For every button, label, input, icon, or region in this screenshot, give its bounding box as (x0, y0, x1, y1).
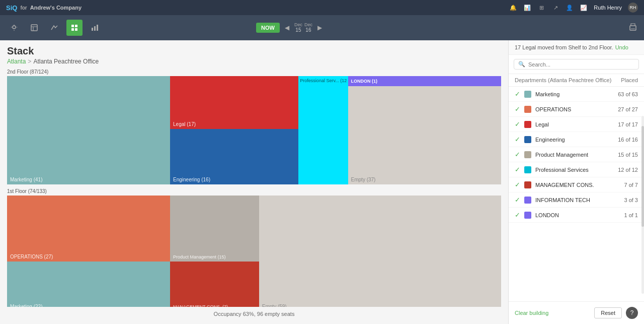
nav-right: 🔔 📊 ⊞ ↗ 👤 📈 Ruth Henry RH (509, 3, 638, 13)
prev-arrow[interactable]: ◀ (282, 23, 292, 32)
notification-icon[interactable]: 🔔 (509, 4, 517, 12)
dept-check-mgmt-cons: ✓ (515, 181, 520, 188)
person-icon[interactable]: 👤 (566, 4, 574, 12)
london-label: LONDON (1) (351, 79, 378, 84)
table-tool[interactable] (26, 20, 42, 36)
dept-placed-mgmt-cons: 7 of 7 (624, 182, 638, 188)
floor2-engineering[interactable]: Engineering (16) (170, 129, 298, 184)
scrollbar-thumb[interactable] (641, 126, 644, 227)
floor2-marketing[interactable]: Marketing (41) (7, 76, 170, 184)
clear-building-button[interactable]: Clear building (515, 310, 548, 316)
grid-tool[interactable] (66, 20, 83, 36)
dept-item-engineering[interactable]: ✓ Engineering 16 of 16 (509, 132, 644, 147)
analytics-icon[interactable]: 📈 (580, 4, 588, 12)
dept-item-london[interactable]: ✓ LONDON 1 of 1 (509, 208, 644, 223)
dept-item-info-tech[interactable]: ✓ INFORMATION TECH 3 of 3 (509, 192, 644, 208)
nav-left: SiQ for Andrew's Company (6, 4, 82, 12)
dept-placed-legal: 17 of 17 (618, 121, 638, 127)
dept-check-marketing: ✓ (515, 90, 520, 98)
floor2-empty-label: Empty (37) (351, 177, 376, 182)
search-box: 🔍 (509, 55, 644, 74)
floor1-operations[interactable]: OPERATIONS (27) (7, 196, 170, 262)
bar-tool[interactable] (87, 20, 103, 36)
svg-rect-4 (71, 28, 74, 31)
floor2-legal[interactable]: Legal (17) (170, 76, 298, 129)
right-sidebar: 17 Legal moved from Shelf to 2nd Floor. … (508, 40, 644, 324)
now-button[interactable]: NOW (256, 23, 280, 33)
search-input[interactable] (528, 61, 634, 68)
dept-item-marketing[interactable]: ✓ Marketing 63 of 63 (509, 87, 644, 102)
dept-placed-marketing: 63 of 63 (618, 91, 638, 97)
share-icon[interactable]: ↗ (551, 4, 559, 12)
chart-icon[interactable]: 📊 (523, 4, 531, 12)
next-arrow[interactable]: ▶ (314, 23, 325, 32)
dept-name-professional: Professional Services (535, 167, 614, 173)
date-dec15[interactable]: Dec 15 (294, 22, 302, 34)
grid-icon[interactable]: ⊞ (537, 4, 545, 12)
dept-item-mgmt-cons[interactable]: ✓ MANAGEMENT CONS. 7 of 7 (509, 177, 644, 192)
svg-rect-9 (630, 26, 636, 30)
line-tool[interactable] (46, 20, 62, 36)
scrollbar-track (641, 116, 644, 294)
avatar-icon[interactable]: RH (628, 3, 638, 13)
reset-button[interactable]: Reset (594, 307, 622, 318)
floor-1-label: 1st Floor (74/133) (7, 188, 501, 194)
dec15-day: 15 (295, 27, 301, 33)
dept-header: Departments (Atlanta Peachtree Office) P… (509, 74, 644, 87)
floor2-professional[interactable]: Professional Serv... (12) (298, 76, 348, 184)
dept-color-mgmt-cons (524, 181, 531, 188)
search-input-wrap: 🔍 (514, 59, 639, 70)
location-tool[interactable] (6, 20, 22, 36)
dept-item-professional-services[interactable]: ✓ Professional Services 12 of 12 (509, 162, 644, 177)
dept-placed-info-tech: 3 of 3 (624, 197, 638, 203)
floor1-product-label: Product Management (15) (173, 254, 226, 260)
breadcrumb-city[interactable]: Atlanta (7, 58, 26, 65)
footer-left: Clear building (515, 309, 590, 316)
dept-item-product-mgmt[interactable]: ✓ Product Management 15 of 15 (509, 147, 644, 162)
logo: SiQ for Andrew's Company (6, 4, 82, 12)
help-button[interactable]: ? (626, 307, 638, 319)
logo-siq: SiQ (6, 4, 17, 12)
user-name: Ruth Henry (594, 5, 622, 11)
dept-header-placed: Placed (621, 77, 638, 83)
floor1-empty[interactable]: Empty (59) (259, 196, 501, 307)
date-dec16[interactable]: Dec 16 (304, 22, 312, 34)
floor2-engineering-label: Engineering (16) (173, 177, 210, 182)
dept-name-operations: OPERATIONS (535, 106, 614, 112)
svg-rect-7 (94, 26, 96, 31)
dept-color-operations (524, 106, 531, 113)
search-icon: 🔍 (518, 61, 525, 68)
floor2-empty[interactable]: Empty (37) (348, 86, 501, 184)
dept-name-legal: Legal (535, 121, 614, 127)
dept-item-legal[interactable]: ✓ Legal 17 of 17 (509, 117, 644, 132)
floor1-marketing[interactable]: Marketing (22) (7, 262, 170, 307)
main-area: Stack Atlanta > Atlanta Peachtree Office… (0, 40, 644, 324)
floors-wrapper: 2nd Floor (87/124) Marketing (41) Legal … (7, 69, 501, 307)
london-bar[interactable]: LONDON (1) (348, 76, 501, 86)
dept-check-professional: ✓ (515, 166, 520, 173)
print-button[interactable] (628, 22, 638, 34)
undo-link[interactable]: Undo (615, 44, 628, 50)
svg-rect-3 (75, 25, 77, 27)
dept-check-info-tech: ✓ (515, 196, 520, 204)
floor1-mid: Product Management (15) MANAGEMENT CONS.… (170, 196, 259, 307)
dept-placed-engineering: 16 of 16 (618, 137, 638, 143)
page-title: Stack (7, 45, 501, 57)
dept-check-engineering: ✓ (515, 136, 520, 143)
floor1-mgmt-cons[interactable]: MANAGEMENT CONS. (7) (170, 262, 259, 307)
toolbar: NOW ◀ Dec 15 Dec 16 ▶ (0, 15, 644, 40)
time-navigation: NOW ◀ Dec 15 Dec 16 ▶ (256, 22, 325, 34)
floor-1-section: 1st Floor (74/133) OPERATIONS (27) Marke… (7, 188, 501, 307)
dept-name-engineering: Engineering (535, 137, 614, 143)
floor1-marketing-label: Marketing (22) (10, 304, 42, 307)
floor2-marketing-label: Marketing (41) (10, 177, 42, 182)
svg-rect-6 (92, 28, 93, 31)
dec16-day: 16 (305, 27, 311, 33)
dept-item-operations[interactable]: ✓ OPERATIONS 27 of 27 (509, 102, 644, 117)
breadcrumb: Atlanta > Atlanta Peachtree Office (7, 58, 501, 65)
floor1-product-mgmt[interactable]: Product Management (15) (170, 196, 259, 262)
floor2-legal-label: Legal (17) (173, 121, 196, 127)
dept-color-engineering (524, 136, 531, 143)
top-nav: SiQ for Andrew's Company 🔔 📊 ⊞ ↗ 👤 📈 Rut… (0, 0, 644, 15)
svg-rect-1 (31, 25, 37, 31)
